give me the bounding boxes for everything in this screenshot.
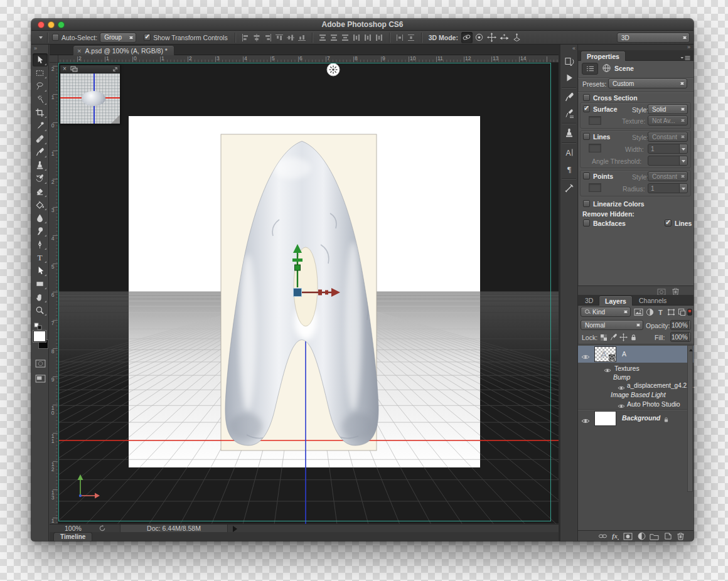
angle-threshold-combo[interactable] [648,156,688,166]
points-swatch[interactable] [589,183,601,192]
lock-position-icon[interactable] [618,333,629,342]
points-style-dropdown[interactable]: Constant [648,171,688,181]
visibility-icon[interactable] [581,415,590,422]
link-layers-icon[interactable] [597,532,608,540]
layer-group-icon[interactable] [649,532,659,540]
lock-transparency-icon[interactable] [598,333,609,342]
layer-mask-icon[interactable] [623,532,633,540]
slide-3d-icon[interactable] [499,32,510,43]
surface-swatch[interactable] [589,116,601,125]
show-transform-checkbox[interactable] [144,34,151,41]
scale-3d-icon[interactable] [511,32,523,43]
layer-sub-displacement[interactable]: a_displacement_g4.21... [578,381,693,390]
default-swatches-icon[interactable] [34,321,43,329]
zoom-level-field[interactable]: 100% [65,525,82,532]
lock-all-icon[interactable] [628,333,639,342]
tool-crop[interactable] [33,106,48,119]
textures-label[interactable]: Textures [614,365,640,372]
visibility-icon[interactable] [618,383,625,389]
tab-properties[interactable]: Properties [581,51,626,61]
new-layer-icon[interactable] [663,532,673,540]
tool-eraser[interactable] [33,185,48,198]
tool-lasso[interactable] [33,80,48,93]
width-combo[interactable]: 1 [648,144,688,154]
dock-tool-presets-icon[interactable] [562,181,577,196]
tool-healing-brush[interactable] [33,132,48,146]
radius-combo[interactable]: 1 [648,183,688,193]
dock-clone-source-icon[interactable] [562,125,577,141]
filter-smart-icon[interactable] [677,307,687,317]
3d-scene[interactable] [58,63,559,524]
layer-name[interactable]: A [622,350,626,358]
filter-pixel-icon[interactable] [633,307,644,317]
tool-zoom[interactable] [33,304,48,317]
secondary-view[interactable] [60,65,120,124]
screen-mode-button[interactable] [34,373,46,383]
visibility-icon[interactable] [618,402,625,407]
layers-menu-icon[interactable] [680,548,691,559]
workspace-dropdown[interactable]: 3D [617,33,690,43]
tool-clone-stamp[interactable] [33,159,48,172]
auto-select-dropdown[interactable]: Group [100,33,136,43]
filter-shape-icon[interactable] [666,307,677,317]
tab-layers[interactable]: Layers [599,296,633,306]
tool-type[interactable]: T [33,251,48,264]
surface-style-dropdown[interactable]: Solid [648,104,688,114]
tool-brush[interactable] [33,146,48,159]
scene-filter-button[interactable] [582,63,598,75]
filter-type-icon[interactable]: T [655,307,666,317]
close-secondary-view-icon[interactable] [63,66,67,72]
linearize-colors-checkbox[interactable] [583,200,590,207]
background-thumbnail[interactable] [594,411,616,426]
status-options-icon[interactable] [233,526,240,532]
tool-shape[interactable] [33,277,48,290]
lock-pixels-icon[interactable] [608,333,619,342]
backfaces-checkbox[interactable] [583,220,590,227]
hidden-lines-checkbox[interactable] [665,220,672,227]
opacity-combo[interactable]: 100% [670,320,691,330]
layer-sub-textures[interactable]: Textures [578,364,693,373]
blend-mode-dropdown[interactable]: Normal [581,320,643,330]
quick-mask-button[interactable] [34,358,46,368]
titlebar[interactable]: Adobe Photoshop CS6 [31,19,693,31]
tool-history-brush[interactable] [33,172,48,185]
tool-pen[interactable] [33,238,48,251]
dock-brush-settings-icon[interactable] [562,106,577,121]
cross-section-checkbox[interactable] [583,94,590,101]
vertical-ruler[interactable]: 2101234567891011121314 [50,63,58,524]
visibility-icon[interactable] [604,366,611,371]
tool-hand[interactable] [33,290,48,304]
rotate-3d-icon[interactable] [461,32,473,43]
tab-channels[interactable]: Channels [633,296,672,306]
surface-texture-dropdown[interactable]: Not Av... [648,115,688,125]
drag-3d-icon[interactable] [486,32,498,43]
dock-history-icon[interactable] [562,54,577,69]
layer-a-thumbnail[interactable]: A [594,346,616,362]
close-document-icon[interactable] [77,47,81,55]
adjustment-layer-icon[interactable] [636,532,646,540]
lines-style-dropdown[interactable]: Constant [648,132,688,142]
tool-eyedropper[interactable] [33,119,48,132]
displacement-label[interactable]: a_displacement_g4.21... [627,382,695,389]
auto-photo-studio-label[interactable]: Auto Photo Studio [627,400,680,408]
tab-timeline[interactable]: Timeline [53,532,92,541]
document-tab[interactable]: A.psd @ 100% (A, RGB/8) * [73,45,174,55]
foreground-color-swatch[interactable] [33,331,46,342]
presets-dropdown[interactable]: Custom [608,78,687,88]
expand-dock-icon[interactable] [560,45,577,53]
tool-marquee[interactable] [33,67,48,80]
collapse-panels-icon[interactable] [578,45,693,50]
visibility-icon[interactable] [581,351,590,358]
dock-actions-icon[interactable] [562,70,577,85]
fill-combo[interactable]: 100% [670,332,691,342]
layer-sub-light[interactable]: Auto Photo Studio [578,399,693,408]
collapse-tools-icon[interactable] [31,45,48,53]
layers-scrollbar[interactable] [687,345,693,492]
canvas[interactable] [58,63,559,524]
dock-paragraph-icon[interactable]: ¶ [562,161,577,176]
tab-3d[interactable]: 3D [579,296,599,306]
tool-blur[interactable] [33,211,48,225]
filter-kind-dropdown[interactable]: Kind [581,307,631,317]
tool-dodge[interactable] [33,225,48,238]
layer-name[interactable]: Background [622,414,660,422]
